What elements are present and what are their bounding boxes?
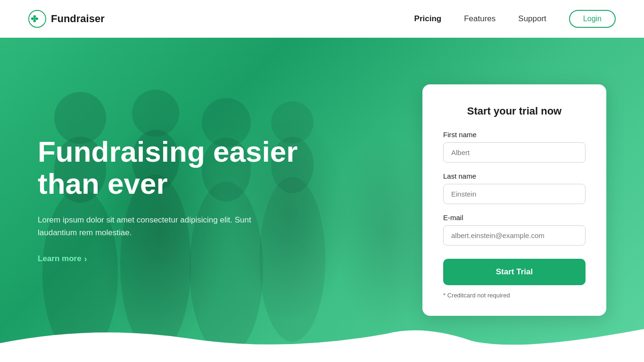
start-trial-button[interactable]: Start Trial [443, 259, 586, 285]
nav-links: Pricing Features Support Login [414, 10, 616, 28]
last-name-label: Last name [443, 172, 586, 180]
nav-support[interactable]: Support [518, 14, 546, 24]
trial-form-card: Start your trial now First name Last nam… [422, 84, 606, 316]
first-name-field: First name [443, 131, 586, 163]
nav-features[interactable]: Features [464, 14, 495, 24]
hero-section: Fundraising easier than ever Lorem ipsum… [0, 38, 644, 362]
hero-subtext: Lorem ipsum dolor sit amet consectetur a… [38, 214, 273, 239]
learn-more-label: Learn more [38, 254, 82, 263]
chevron-right-icon: › [84, 254, 87, 264]
hero-headline: Fundraising easier than ever [38, 136, 330, 200]
last-name-input[interactable] [443, 184, 586, 204]
email-field: E-mail [443, 214, 586, 246]
nav-pricing[interactable]: Pricing [414, 14, 442, 24]
navbar: ✤ Fundraiser Pricing Features Support Lo… [0, 0, 644, 38]
svg-text:✤: ✤ [31, 14, 38, 24]
last-name-field: Last name [443, 172, 586, 204]
hero-content: Fundraising easier than ever Lorem ipsum… [0, 38, 644, 362]
form-title: Start your trial now [443, 105, 586, 117]
first-name-label: First name [443, 131, 586, 139]
logo-icon: ✤ [28, 10, 46, 28]
first-name-input[interactable] [443, 142, 586, 163]
hero-left: Fundraising easier than ever Lorem ipsum… [38, 136, 330, 264]
learn-more-link[interactable]: Learn more › [38, 254, 330, 264]
brand-logo[interactable]: ✤ Fundraiser [28, 10, 105, 28]
email-input[interactable] [443, 225, 586, 246]
form-note: * Creditcard not required [443, 292, 586, 299]
login-button[interactable]: Login [569, 10, 616, 28]
brand-name: Fundraiser [51, 13, 105, 25]
email-label: E-mail [443, 214, 586, 222]
